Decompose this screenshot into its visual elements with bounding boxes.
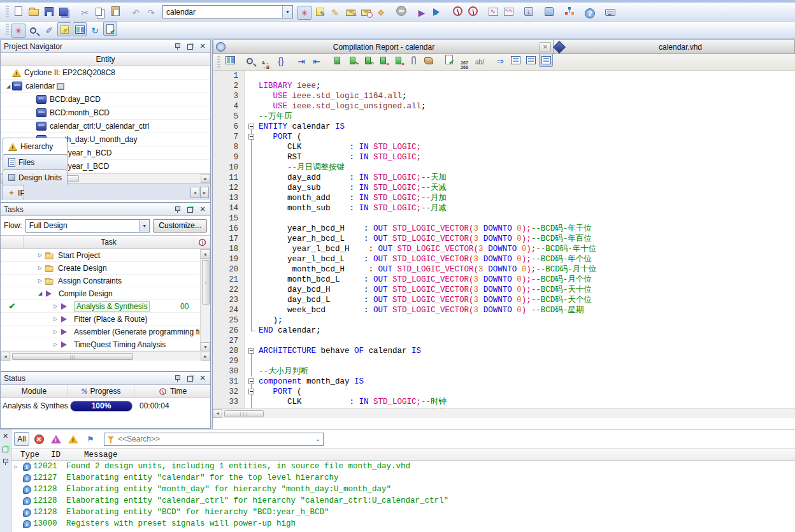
code-line[interactable]: 18 year_l_bcd_H : OUT STD_LOGIC_VECTOR(3…: [213, 244, 795, 254]
code-line[interactable]: 21 month_bcd_L : OUT STD_LOGIC_VECTOR(3 …: [213, 275, 795, 285]
timing-stopwatch-icon[interactable]: [466, 4, 480, 18]
chip-planner-icon[interactable]: [542, 4, 556, 18]
task-row[interactable]: ✔▷Analysis & Synthesis00: [1, 300, 201, 313]
code-editor[interactable]: 12LIBRARY ieee;3 USE ieee.std_logic_1164…: [213, 71, 795, 418]
module-column-header[interactable]: Module: [1, 385, 68, 398]
code-line[interactable]: 24 week_bcd : OUT STD_LOGIC_VECTOR(3 DOW…: [213, 305, 795, 315]
expand-arrow-icon[interactable]: ▷: [52, 303, 59, 309]
copy-icon[interactable]: [93, 6, 107, 20]
code-line[interactable]: 19 year_l_bcd_L : OUT STD_LOGIC_VECTOR(3…: [213, 254, 795, 264]
code-line[interactable]: 28ARCHITECTURE behave OF calendar IS: [213, 346, 795, 356]
code-line[interactable]: 6ENTITY calendar IS: [213, 122, 795, 132]
task-row[interactable]: ▷TimeQuest Timing Analysis: [1, 338, 201, 351]
code-line[interactable]: 33 CLK : IN STD_LOGIC;--时钟: [213, 397, 795, 407]
close-icon[interactable]: ✕: [197, 374, 208, 383]
timequest-wizard-icon[interactable]: [359, 5, 373, 19]
message-row[interactable]: 12128Elaborating entity "BCD" for hierar…: [11, 507, 795, 518]
pin-icon[interactable]: [172, 205, 182, 214]
bookmark-toggle-icon[interactable]: [330, 54, 344, 68]
customize-button[interactable]: Customize...: [153, 219, 207, 233]
view-full-icon[interactable]: [508, 53, 522, 67]
message-search-input[interactable]: <<Search>> ⌄: [104, 433, 324, 446]
code-line[interactable]: 15: [213, 213, 795, 224]
cut-icon[interactable]: ✂: [78, 6, 92, 20]
bookmark-next-icon[interactable]: ↷: [345, 54, 359, 68]
tree-item[interactable]: abccalendar_ctrl:U_calendar_ctrl: [1, 120, 210, 133]
find-icon[interactable]: [243, 55, 257, 69]
code-line[interactable]: 30--大小月判断: [213, 366, 795, 377]
editor-hscrollbar[interactable]: ◄ |||: [213, 408, 795, 418]
view-split-icon[interactable]: [524, 53, 538, 67]
code-line[interactable]: 8 CLK : IN STD_LOGIC;: [213, 142, 795, 152]
code-line[interactable]: 25 );: [213, 315, 795, 326]
assignment-editor-icon[interactable]: [313, 4, 327, 18]
code-line[interactable]: 26END calendar;: [213, 326, 795, 336]
code-line[interactable]: 3 USE ieee.std_logic_1164.all;: [213, 91, 795, 101]
replace-icon[interactable]: A→→B: [259, 58, 273, 72]
type-column-header[interactable]: Type: [11, 450, 51, 459]
code-line[interactable]: 27: [213, 336, 795, 346]
code-line[interactable]: 13 month_add : IN STD_LOGIC;--月加: [213, 193, 795, 203]
fold-collapse-icon[interactable]: [245, 346, 259, 356]
timing-constraints-icon[interactable]: [343, 5, 357, 19]
fold-collapse-icon[interactable]: [245, 377, 259, 387]
message-row[interactable]: 13000Registers with preset signals will …: [11, 518, 795, 529]
close-icon[interactable]: ✕: [540, 42, 551, 52]
tree-item[interactable]: Cyclone II: EP2C8Q208C8: [1, 66, 210, 80]
task-column-header[interactable]: Task: [24, 238, 194, 247]
code-line[interactable]: 22 day_bcd_H : OUT STD_LOGIC_VECTOR(3 DO…: [213, 285, 795, 295]
fold-collapse-icon[interactable]: [245, 122, 259, 132]
message-row[interactable]: 12128Elaborating entity "calendar_ctrl" …: [11, 495, 795, 507]
project-select[interactable]: calendar ▼: [162, 5, 293, 18]
expand-arrow-icon[interactable]: ▷: [52, 329, 59, 334]
stop-processing-icon[interactable]: [394, 4, 408, 18]
code-line[interactable]: 9 RST : IN STD_LOGIC;: [213, 152, 795, 162]
tasks-hscrollbar[interactable]: ◄ ||| ►: [1, 351, 210, 361]
code-line[interactable]: 16 year_h_bcd_H : OUT STD_LOGIC_VECTOR(3…: [213, 224, 795, 234]
scroll-down-arrow[interactable]: ▼: [201, 342, 210, 352]
bookmark-prev-icon[interactable]: ↶: [361, 54, 375, 68]
tree-item[interactable]: abcBCD:month_BCD: [1, 106, 210, 120]
message-column-header[interactable]: Message: [78, 450, 118, 459]
code-line[interactable]: 1: [213, 71, 795, 81]
compiler-settings-icon[interactable]: [11, 24, 25, 38]
tab-scroll-left-icon[interactable]: ◄: [190, 187, 199, 198]
attach-icon[interactable]: [406, 53, 420, 67]
timequest-analyzer-icon[interactable]: [450, 4, 464, 18]
design-partition-window-icon[interactable]: [562, 4, 577, 18]
id-column-header[interactable]: ID: [51, 450, 78, 459]
expand-arrow-icon[interactable]: ▷: [11, 464, 20, 470]
pin-icon[interactable]: [172, 42, 182, 51]
entity-column-header[interactable]: Entity: [1, 53, 210, 66]
task-row[interactable]: ▷Start Project: [1, 249, 201, 262]
pin-icon[interactable]: [1, 457, 11, 466]
tab-files[interactable]: Files: [3, 154, 68, 169]
time-column-header[interactable]: [194, 236, 210, 248]
redo-icon[interactable]: ↷: [144, 6, 158, 20]
code-line[interactable]: 17 year_h_bcd_L : OUT STD_LOGIC_VECTOR(3…: [213, 234, 795, 244]
macro-icon[interactable]: [422, 53, 436, 67]
start-analysis-synthesis-icon[interactable]: [430, 5, 444, 19]
customize-view-icon[interactable]: [223, 53, 237, 67]
new-file-icon[interactable]: [11, 4, 25, 18]
float-icon[interactable]: [185, 205, 195, 214]
node-finder-icon[interactable]: [57, 22, 71, 36]
expand-arrow-icon[interactable]: ▷: [36, 265, 44, 271]
filter-flag-button[interactable]: [83, 432, 98, 446]
paste-icon[interactable]: [108, 4, 122, 18]
code-line[interactable]: 23 day_bcd_L : OUT STD_LOGIC_VECTOR(3 DO…: [213, 295, 795, 305]
code-line[interactable]: 4 USE ieee.std_logic_unsigned.all;: [213, 101, 795, 111]
expand-arrow-icon[interactable]: ▷: [52, 341, 59, 347]
filter-errors-button[interactable]: [31, 432, 47, 446]
code-line[interactable]: 11 day_add : IN STD_LOGIC;--天加: [213, 173, 795, 183]
syntax-check-icon[interactable]: [442, 52, 456, 66]
programmer-icon[interactable]: [522, 4, 536, 18]
float-icon[interactable]: [1, 444, 11, 453]
match-brace-icon[interactable]: {}: [274, 54, 288, 68]
task-row[interactable]: ◢Compile Design: [1, 287, 201, 300]
close-icon[interactable]: ✕: [197, 42, 208, 51]
progress-column-header[interactable]: %Progress: [68, 385, 134, 398]
undo-icon[interactable]: ↶: [129, 6, 143, 20]
task-row[interactable]: ▷Fitter (Place & Route): [1, 313, 201, 326]
expand-arrow-icon[interactable]: ▷: [36, 278, 44, 284]
